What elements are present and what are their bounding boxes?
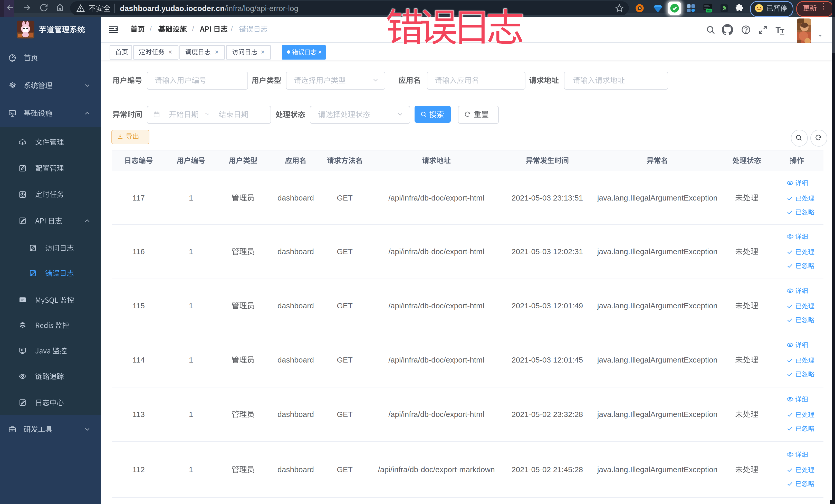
svg-text:on: on [707,9,711,12]
